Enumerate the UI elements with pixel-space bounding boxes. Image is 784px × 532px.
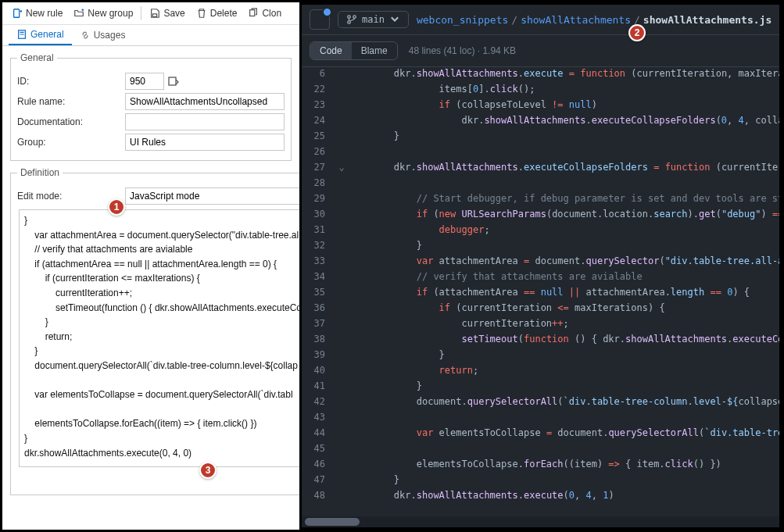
line-number[interactable]: 25 bbox=[302, 128, 335, 144]
link-icon bbox=[80, 30, 91, 41]
new-group-button[interactable]: New group bbox=[69, 5, 138, 21]
code-line: 41 } bbox=[302, 378, 779, 394]
edit-mode-label: Edit mode: bbox=[17, 191, 125, 202]
line-number[interactable]: 48 bbox=[302, 487, 335, 503]
annotation-badge-3: 3 bbox=[199, 462, 217, 479]
fold-gutter bbox=[335, 66, 349, 81]
line-number[interactable]: 24 bbox=[302, 112, 335, 128]
tab-bar: General Usages bbox=[2, 25, 299, 46]
edit-mode-select[interactable] bbox=[125, 187, 309, 205]
plus-folder-icon bbox=[73, 8, 84, 19]
code-text: if (attachmentArea == null || attachment… bbox=[349, 284, 750, 300]
line-number[interactable]: 38 bbox=[302, 331, 335, 347]
line-number[interactable]: 36 bbox=[302, 300, 335, 316]
line-number[interactable]: 39 bbox=[302, 347, 335, 362]
tab-general[interactable]: General bbox=[9, 25, 72, 45]
clone-button[interactable]: Clon bbox=[243, 5, 286, 21]
fold-gutter bbox=[335, 97, 349, 112]
code-line: 34 // verify that attachments are aviala… bbox=[302, 269, 779, 284]
code-line: 22 items[0].click(); bbox=[302, 81, 779, 97]
branch-name: main bbox=[362, 14, 385, 25]
fold-gutter bbox=[335, 425, 349, 441]
delete-label: Delete bbox=[210, 8, 238, 19]
id-input[interactable] bbox=[125, 73, 164, 90]
fold-gutter bbox=[335, 316, 349, 331]
line-number[interactable]: 30 bbox=[302, 206, 335, 222]
group-input[interactable] bbox=[125, 134, 285, 151]
id-label: ID: bbox=[17, 76, 125, 87]
new-group-label: New group bbox=[88, 8, 133, 19]
line-number[interactable]: 41 bbox=[302, 378, 335, 394]
breadcrumb-file: showAllAttachments.js bbox=[643, 14, 771, 26]
line-number[interactable]: 23 bbox=[302, 97, 335, 112]
save-button[interactable]: Save bbox=[145, 5, 189, 21]
line-number[interactable]: 6 bbox=[302, 66, 335, 81]
fold-gutter bbox=[335, 456, 349, 472]
line-number[interactable]: 32 bbox=[302, 237, 335, 253]
fold-gutter bbox=[335, 487, 349, 503]
code-line: 36 if (currentIteration <= maxIterations… bbox=[302, 300, 779, 316]
new-rule-button[interactable]: New rule bbox=[7, 5, 67, 21]
fold-gutter bbox=[335, 409, 349, 425]
line-number[interactable]: 29 bbox=[302, 191, 335, 206]
breadcrumb: webcon_snippets / showAllAttachments / s… bbox=[417, 14, 771, 26]
code-tab[interactable]: Code bbox=[310, 42, 352, 59]
line-number[interactable]: 34 bbox=[302, 269, 335, 284]
tab-usages-label: Usages bbox=[94, 30, 126, 41]
line-number[interactable]: 37 bbox=[302, 316, 335, 331]
code-line: 26 bbox=[302, 144, 779, 159]
line-number[interactable]: 33 bbox=[302, 253, 335, 269]
line-number[interactable]: 28 bbox=[302, 175, 335, 191]
line-number[interactable]: 46 bbox=[302, 456, 335, 472]
line-number[interactable]: 31 bbox=[302, 222, 335, 237]
line-number[interactable]: 35 bbox=[302, 284, 335, 300]
documentation-input[interactable] bbox=[125, 113, 285, 130]
file-tree-toggle[interactable] bbox=[310, 9, 330, 30]
tab-usages[interactable]: Usages bbox=[72, 25, 134, 45]
rule-name-input[interactable] bbox=[125, 93, 285, 110]
line-number[interactable]: 40 bbox=[302, 362, 335, 378]
annotation-badge-1: 1 bbox=[108, 198, 125, 216]
line-number[interactable]: 22 bbox=[302, 81, 335, 97]
code-line: 6 dkr.showAllAttachments.execute = funct… bbox=[302, 66, 779, 81]
line-number[interactable]: 26 bbox=[302, 144, 335, 159]
code-view[interactable]: 6 dkr.showAllAttachments.execute = funct… bbox=[302, 66, 779, 513]
code-text: } bbox=[349, 128, 399, 144]
code-text: dkr.showAllAttachments.execute(0, 4, 1) bbox=[349, 487, 614, 503]
code-blame-bar: Code Blame 48 lines (41 loc) · 1.94 KB bbox=[302, 35, 779, 67]
fold-gutter bbox=[335, 81, 349, 97]
horizontal-scrollbar[interactable] bbox=[302, 516, 779, 527]
line-number[interactable]: 47 bbox=[302, 472, 335, 487]
code-line: 35 if (attachmentArea == null || attachm… bbox=[302, 284, 779, 300]
fold-gutter bbox=[335, 222, 349, 237]
fold-gutter bbox=[335, 175, 349, 191]
toolbar: New rule New group Save Delete Clon bbox=[2, 2, 299, 25]
breadcrumb-repo[interactable]: webcon_snippets bbox=[417, 14, 508, 26]
scrollbar-thumb[interactable] bbox=[305, 518, 360, 526]
code-line: 24 dkr.showAllAttachments.executeCollaps… bbox=[302, 112, 779, 128]
fold-gutter bbox=[335, 347, 349, 362]
branch-selector[interactable]: main bbox=[338, 11, 409, 28]
line-number[interactable]: 43 bbox=[302, 409, 335, 425]
fold-gutter bbox=[335, 237, 349, 253]
id-action-icon[interactable] bbox=[167, 75, 180, 87]
code-text: return; bbox=[349, 362, 478, 378]
code-text: dkr.showAllAttachments.executeCollapseFo… bbox=[349, 112, 779, 128]
svg-point-5 bbox=[348, 16, 351, 19]
breadcrumb-folder[interactable]: showAllAttachments bbox=[521, 14, 631, 26]
github-header: main webcon_snippets / showAllAttachment… bbox=[302, 5, 779, 35]
documentation-label: Documentation: bbox=[17, 116, 125, 127]
line-number[interactable]: 27 bbox=[302, 159, 335, 175]
fold-gutter[interactable]: ⌄ bbox=[335, 159, 349, 175]
code-line: 29 // Start debugger, if debug parameter… bbox=[302, 191, 779, 206]
delete-button[interactable]: Delete bbox=[192, 5, 242, 21]
line-number[interactable]: 44 bbox=[302, 425, 335, 441]
code-text: // Start debugger, if debug parameter is… bbox=[349, 191, 779, 206]
code-line: 48 dkr.showAllAttachments.execute(0, 4, … bbox=[302, 487, 779, 503]
code-text: if (currentIteration <= maxIterations) { bbox=[349, 300, 665, 316]
blame-tab[interactable]: Blame bbox=[352, 42, 397, 59]
js-code-editor[interactable]: } var attachmentArea = document.querySel… bbox=[19, 209, 307, 467]
line-number[interactable]: 45 bbox=[302, 441, 335, 456]
line-number[interactable]: 42 bbox=[302, 394, 335, 409]
fold-gutter bbox=[335, 284, 349, 300]
